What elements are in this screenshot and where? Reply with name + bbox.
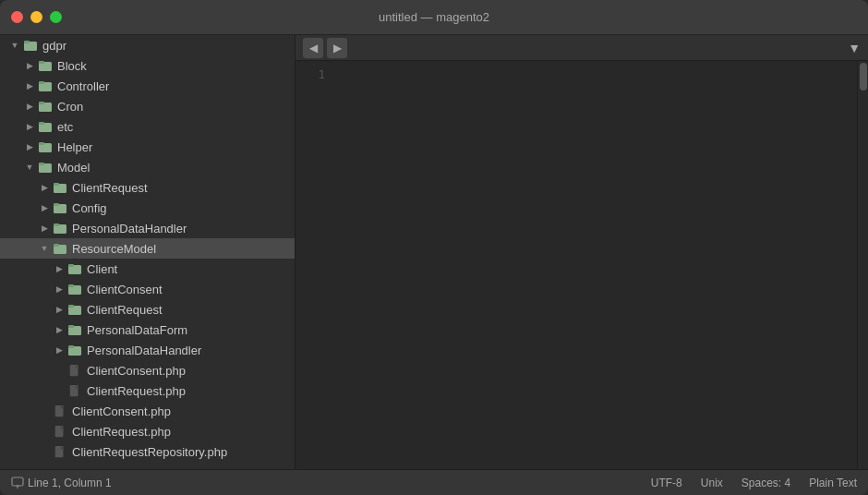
sidebar-item-etc[interactable]: etc: [0, 116, 295, 137]
svg-rect-27: [68, 305, 74, 308]
svg-rect-31: [68, 345, 74, 348]
folder-icon: [37, 159, 54, 175]
svg-rect-1: [24, 41, 30, 43]
editor: ◀ ▶ ▼ 1: [295, 35, 868, 469]
sidebar-item-label: Block: [57, 59, 87, 73]
sidebar-item-clientrequest1[interactable]: ClientRequest: [0, 177, 295, 198]
status-monitor: Line 1, Column 1: [11, 477, 112, 489]
close-button[interactable]: [11, 11, 23, 23]
sidebar-item-clientrequest-php2[interactable]: ClientRequest.php: [0, 421, 295, 441]
sidebar-item-label: PersonalDataHandler: [72, 222, 187, 235]
sidebar-item-controller[interactable]: Controller: [0, 76, 295, 96]
sidebar-item-label: Cron: [57, 100, 83, 114]
status-syntax[interactable]: Plain Text: [809, 477, 857, 489]
sidebar-item-block[interactable]: Block: [0, 55, 295, 76]
svg-rect-9: [39, 122, 44, 125]
sidebar-item-label: ClientConsent.php: [87, 364, 186, 378]
arrow-icon: [37, 180, 52, 195]
sidebar-item-label: PersonalDataHandler: [87, 344, 201, 357]
arrow-icon: [37, 200, 52, 215]
line-number: 1: [295, 68, 325, 81]
sidebar-item-config[interactable]: Config: [0, 198, 295, 218]
arrow-icon: [37, 221, 52, 235]
status-indentation[interactable]: Spaces: 4: [741, 477, 790, 489]
sidebar[interactable]: gdpr Block Controller: [0, 35, 295, 469]
sidebar-item-label: PersonalDataForm: [87, 323, 187, 337]
sidebar-item-label: Model: [57, 161, 90, 175]
sidebar-item-label: ClientConsent.php: [72, 404, 171, 418]
sidebar-item-label: ClientRequest.php: [72, 425, 171, 439]
svg-rect-23: [68, 264, 74, 267]
sidebar-item-helper[interactable]: Helper: [0, 137, 295, 157]
sidebar-item-gdpr[interactable]: gdpr: [0, 35, 295, 55]
folder-icon: [66, 321, 83, 338]
sidebar-item-clientconsent-php2[interactable]: ClientConsent.php: [0, 401, 295, 421]
arrow-icon: [52, 282, 66, 296]
sidebar-item-clientrequest2[interactable]: ClientRequest: [0, 299, 295, 320]
svg-rect-7: [39, 102, 44, 104]
status-line-ending[interactable]: Unix: [701, 477, 723, 489]
arrow-icon: [52, 343, 66, 357]
svg-rect-15: [54, 183, 59, 186]
scrollbar-thumb: [860, 63, 867, 91]
sidebar-item-cron[interactable]: Cron: [0, 96, 295, 116]
sidebar-item-personaldatahandler2[interactable]: PersonalDataHandler: [0, 340, 295, 360]
maximize-button[interactable]: [50, 11, 62, 23]
svg-rect-5: [39, 81, 44, 84]
sidebar-item-label: ClientConsent: [87, 283, 163, 296]
status-encoding[interactable]: UTF-8: [651, 477, 682, 489]
sidebar-item-label: ClientRequest: [87, 303, 163, 317]
editor-scrollbar[interactable]: [857, 61, 868, 469]
svg-rect-25: [68, 284, 74, 287]
svg-rect-13: [39, 163, 44, 165]
next-button[interactable]: ▶: [327, 38, 347, 58]
sidebar-item-model[interactable]: Model: [0, 157, 295, 177]
sidebar-item-label: ClientRequest: [72, 181, 148, 195]
dropdown-arrow-icon[interactable]: ▼: [848, 41, 861, 55]
main-area: gdpr Block Controller: [0, 35, 868, 469]
sidebar-item-client[interactable]: Client: [0, 259, 295, 279]
arrow-icon: [22, 119, 37, 134]
arrow-icon: [52, 302, 66, 317]
folder-icon: [22, 37, 39, 54]
folder-icon: [52, 220, 68, 236]
sidebar-item-clientconsent-php1[interactable]: ClientConsent.php: [0, 360, 295, 380]
sidebar-item-label: ClientRequest.php: [87, 384, 186, 398]
editor-toolbar: ◀ ▶ ▼: [295, 35, 868, 61]
folder-icon: [66, 260, 83, 277]
folder-icon: [37, 57, 54, 74]
editor-content: 1: [295, 61, 868, 469]
sidebar-item-label: gdpr: [42, 39, 66, 53]
sidebar-item-clientrequest-php1[interactable]: ClientRequest.php: [0, 380, 295, 401]
svg-rect-37: [12, 477, 23, 486]
sidebar-item-resourcemodel[interactable]: ResourceModel: [0, 238, 295, 259]
folder-icon: [66, 301, 83, 318]
folder-icon: [37, 78, 54, 94]
sidebar-item-label: Controller: [57, 79, 109, 93]
file-icon: [52, 443, 68, 460]
sidebar-item-clientrequestrepo-php[interactable]: ClientRequestRepository.php: [0, 441, 295, 462]
status-right: UTF-8 Unix Spaces: 4 Plain Text: [651, 477, 857, 489]
arrow-icon: [22, 139, 37, 154]
window: untitled — magento2 gdpr Block: [0, 0, 868, 495]
folder-icon: [52, 199, 68, 216]
arrow-icon: [22, 78, 37, 93]
file-icon: [66, 362, 83, 379]
file-icon: [66, 382, 83, 399]
svg-rect-11: [39, 142, 44, 145]
sidebar-item-clientconsent[interactable]: ClientConsent: [0, 279, 295, 299]
svg-rect-21: [54, 244, 59, 247]
folder-icon: [37, 118, 54, 135]
window-title: untitled — magento2: [379, 10, 489, 24]
folder-icon: [52, 179, 68, 196]
sidebar-item-personaldatahandler1[interactable]: PersonalDataHandler: [0, 218, 295, 238]
svg-rect-17: [54, 203, 59, 206]
arrow-icon: [22, 99, 37, 114]
line-numbers: 1: [295, 61, 332, 469]
sidebar-item-personaldataform[interactable]: PersonalDataForm: [0, 320, 295, 340]
minimize-button[interactable]: [30, 11, 42, 23]
code-area[interactable]: [332, 61, 857, 469]
prev-button[interactable]: ◀: [303, 38, 323, 58]
svg-rect-19: [54, 223, 59, 226]
arrow-icon: [22, 160, 37, 175]
